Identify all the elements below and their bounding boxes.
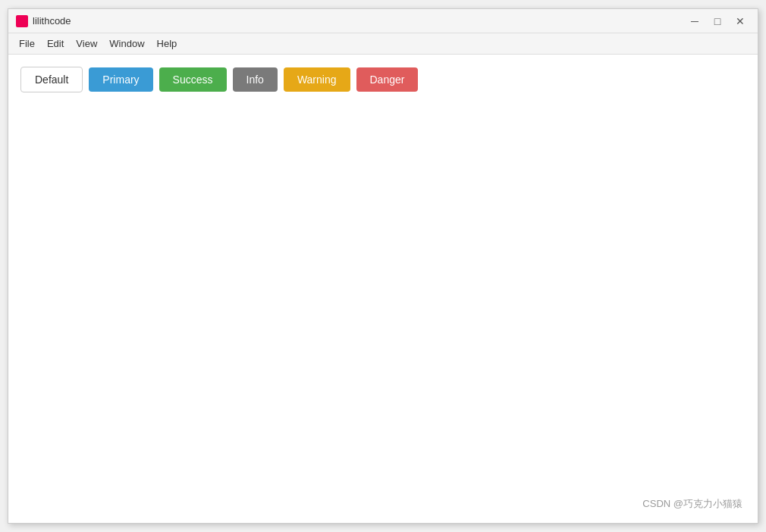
content-area: Default Primary Success Info Warning Dan… [8,55,758,523]
info-button[interactable]: Info [233,67,278,92]
primary-button[interactable]: Primary [89,67,152,92]
default-button[interactable]: Default [20,67,83,92]
menu-file[interactable]: File [13,35,41,52]
menu-view[interactable]: View [70,35,103,52]
success-button[interactable]: Success [159,67,227,92]
menu-help[interactable]: Help [151,35,184,52]
warning-button[interactable]: Warning [284,67,350,92]
maximize-button[interactable]: □ [708,13,727,30]
app-icon [16,15,28,27]
danger-button[interactable]: Danger [356,67,419,92]
menu-window[interactable]: Window [103,35,150,52]
title-bar: lilithcode ─ □ ✕ [8,9,758,33]
close-button[interactable]: ✕ [730,13,750,30]
menu-edit[interactable]: Edit [41,35,70,52]
menu-bar: File Edit View Window Help [8,33,758,55]
app-window: lilithcode ─ □ ✕ File Edit View Window H… [8,8,758,524]
window-title: lilithcode [33,15,685,27]
window-controls: ─ □ ✕ [685,13,750,30]
watermark: CSDN @巧克力小猫猿 [642,497,742,511]
minimize-button[interactable]: ─ [685,13,705,30]
button-row: Default Primary Success Info Warning Dan… [20,67,746,92]
